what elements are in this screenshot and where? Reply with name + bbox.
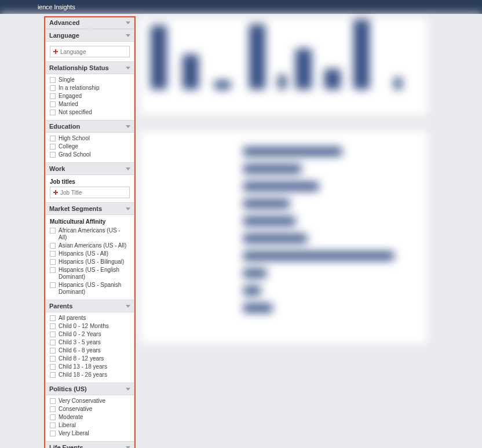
list-item-label: Very Conservative — [59, 398, 105, 405]
list-item-label: In a relationship — [59, 85, 100, 92]
checkbox[interactable] — [50, 348, 56, 354]
section-language[interactable]: Language — [46, 29, 134, 42]
section-market-segments[interactable]: Market Segments — [46, 202, 134, 215]
checkbox[interactable] — [50, 243, 56, 249]
section-life-events-label: Life Events — [49, 444, 83, 448]
list-item[interactable]: Child 0 - 2 Years — [50, 330, 130, 338]
section-politics[interactable]: Politics (US) — [46, 383, 134, 395]
checkbox[interactable] — [50, 110, 56, 115]
checkbox[interactable] — [50, 85, 56, 91]
list-item[interactable]: Hispanics (US - Bilingual) — [50, 258, 130, 266]
list-item-label: Child 6 - 8 years — [59, 347, 101, 354]
checkbox[interactable] — [50, 406, 56, 412]
list-item-label: Not specified — [59, 109, 92, 116]
list-item-label: African Americans (US - All) — [59, 227, 130, 241]
section-language-label: Language — [49, 32, 79, 39]
list-item[interactable]: Child 13 - 18 years — [50, 363, 130, 371]
multicultural-list: African Americans (US - All)Asian Americ… — [46, 227, 134, 300]
list-item[interactable]: All parents — [50, 314, 130, 322]
job-title-input-shell[interactable] — [50, 187, 130, 198]
multicultural-label: Multicultural Affinity — [46, 215, 134, 227]
checkbox[interactable] — [50, 267, 56, 273]
list-item[interactable]: Hispanics (US - All) — [50, 250, 130, 258]
list-item[interactable]: Grad School — [50, 151, 130, 159]
checkbox[interactable] — [50, 340, 56, 345]
section-work[interactable]: Work — [46, 162, 134, 175]
top-bar: ience Insights — [0, 0, 482, 14]
checkbox[interactable] — [50, 259, 56, 265]
checkbox[interactable] — [50, 315, 56, 321]
list-item[interactable]: Single — [50, 76, 130, 84]
list-item-label: Child 0 - 12 Months — [59, 323, 109, 330]
section-relationship-label: Relationship Status — [49, 64, 109, 71]
chevron-down-icon — [126, 207, 130, 210]
list-item-label: Child 0 - 2 Years — [59, 331, 101, 338]
job-title-input[interactable] — [60, 190, 127, 196]
list-item[interactable]: High School — [50, 134, 130, 143]
checkbox[interactable] — [50, 93, 56, 99]
checkbox[interactable] — [50, 323, 56, 329]
checkbox[interactable] — [50, 414, 56, 420]
app-title: ience Insights — [38, 3, 75, 10]
list-item[interactable]: Hispanics (US - Spanish Dominant) — [50, 281, 130, 296]
checkbox[interactable] — [50, 422, 56, 428]
list-item-label: College — [59, 143, 78, 150]
list-item[interactable]: African Americans (US - All) — [50, 227, 130, 242]
list-item-label: Conservative — [59, 406, 92, 413]
checkbox[interactable] — [50, 152, 56, 158]
relationship-list: SingleIn a relationshipEngagedMarriedNot… — [46, 74, 134, 120]
list-item[interactable]: Not specified — [50, 108, 130, 116]
list-item[interactable]: Asian Americans (US - All) — [50, 242, 130, 250]
language-input[interactable] — [60, 49, 127, 55]
section-market-segments-label: Market Segments — [49, 205, 102, 212]
job-titles-label: Job titles — [46, 175, 134, 187]
list-item[interactable]: Child 6 - 8 years — [50, 347, 130, 355]
list-item[interactable]: Liberal — [50, 421, 130, 429]
checkbox[interactable] — [50, 144, 56, 150]
list-item[interactable]: Very Liberal — [50, 429, 130, 438]
chevron-down-icon — [126, 388, 130, 391]
list-item[interactable]: Child 0 - 12 Months — [50, 322, 130, 330]
list-item[interactable]: Conservative — [50, 405, 130, 413]
chevron-down-icon — [126, 305, 130, 308]
list-item[interactable]: Hispanics (US - English Dominant) — [50, 266, 130, 281]
list-item-label: All parents — [59, 315, 86, 322]
checkbox[interactable] — [50, 372, 56, 378]
checkbox[interactable] — [50, 431, 56, 436]
add-icon — [53, 49, 58, 54]
checkbox[interactable] — [50, 101, 56, 107]
list-item[interactable]: Very Conservative — [50, 397, 130, 405]
section-life-events[interactable]: Life Events — [46, 441, 134, 448]
list-item[interactable]: Married — [50, 100, 130, 108]
checkbox[interactable] — [50, 282, 56, 288]
list-item[interactable]: Child 18 - 26 years — [50, 371, 130, 379]
list-item[interactable]: Child 8 - 12 years — [50, 355, 130, 363]
checkbox[interactable] — [50, 356, 56, 362]
section-parents-label: Parents — [49, 303, 72, 309]
list-item[interactable]: Child 3 - 5 years — [50, 338, 130, 347]
list-item-label: Moderate — [59, 414, 83, 421]
checkbox[interactable] — [50, 398, 56, 404]
list-item[interactable]: Moderate — [50, 413, 130, 421]
list-item-label: Child 18 - 26 years — [59, 371, 107, 378]
list-item[interactable]: In a relationship — [50, 84, 130, 92]
checkbox[interactable] — [50, 364, 56, 370]
checkbox[interactable] — [50, 332, 56, 337]
checkbox[interactable] — [50, 228, 56, 234]
list-item-label: Grad School — [59, 151, 91, 158]
language-input-shell[interactable] — [50, 46, 130, 57]
list-item[interactable]: Engaged — [50, 92, 130, 100]
politics-list: Very ConservativeConservativeModerateLib… — [46, 395, 134, 441]
education-list: High SchoolCollegeGrad School — [46, 133, 134, 162]
checkbox[interactable] — [50, 251, 56, 257]
list-item[interactable]: College — [50, 143, 130, 151]
section-relationship[interactable]: Relationship Status — [46, 61, 134, 74]
pointer-notch — [86, 26, 93, 30]
filter-sidebar: Advanced Language Relationship Status Si… — [45, 16, 134, 448]
list-item-label: Very Liberal — [59, 430, 89, 437]
section-parents[interactable]: Parents — [46, 300, 134, 312]
checkbox[interactable] — [50, 77, 56, 83]
section-education[interactable]: Education — [46, 120, 134, 133]
checkbox[interactable] — [50, 136, 56, 141]
section-politics-label: Politics (US) — [49, 385, 87, 392]
